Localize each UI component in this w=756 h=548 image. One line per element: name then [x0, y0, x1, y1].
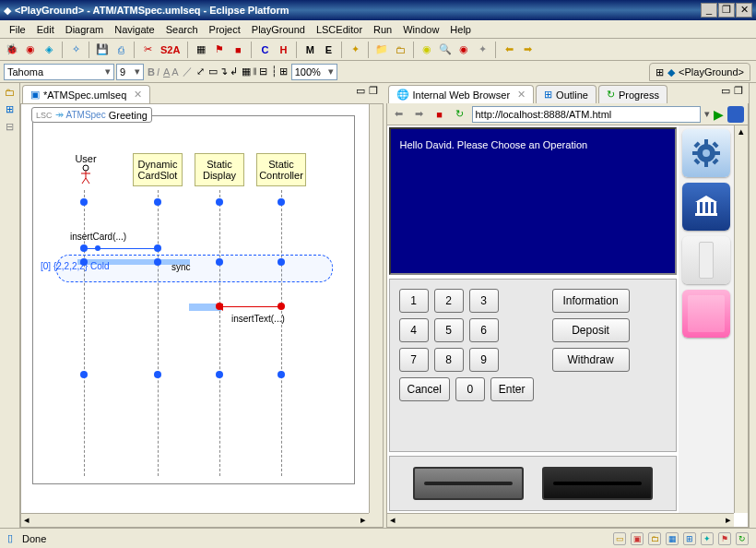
browser-back-icon[interactable]: ⬅ [391, 106, 408, 123]
c-button[interactable]: C [256, 42, 273, 58]
tray-icon-7[interactable]: ⚑ [718, 532, 731, 545]
menu-help[interactable]: Help [444, 22, 477, 37]
tab-progress[interactable]: ↻ Progress [598, 85, 667, 103]
distribute-icon[interactable]: ⊟ [259, 66, 267, 77]
font-size-select[interactable]: 9▾ [116, 64, 144, 80]
card-slot[interactable] [542, 467, 653, 500]
key-1[interactable]: 1 [399, 289, 429, 313]
menu-project[interactable]: Project [204, 22, 246, 37]
e-button[interactable]: E [320, 42, 337, 58]
menu-playground[interactable]: PlayGround [246, 22, 311, 37]
browser-forward-icon[interactable]: ➡ [411, 106, 428, 123]
saveall-icon[interactable]: ⎙ [112, 42, 129, 58]
cube-icon[interactable]: ◉ [22, 42, 39, 58]
search-icon[interactable]: 🔍 [437, 42, 454, 58]
lifeline-cardslot[interactable]: DynamicCardSlot [133, 153, 183, 186]
font-select[interactable]: Tahoma▾ [4, 64, 114, 80]
bank-tile[interactable] [682, 183, 730, 231]
restore-button[interactable]: ❐ [718, 3, 735, 18]
folder-icon[interactable]: 📁 [373, 42, 390, 58]
lsc-diagram[interactable]: LSC ↠ ATMSpec Greeting User [32, 115, 355, 484]
bold-button[interactable]: B [148, 66, 155, 77]
folder2-icon[interactable]: 🗀 [392, 42, 408, 58]
hides-icon[interactable]: ┆ [271, 66, 278, 77]
showg-icon[interactable]: ⊞ [279, 66, 288, 77]
card2-tile[interactable] [682, 290, 730, 338]
ladybug-icon[interactable]: 🐞 [4, 42, 20, 58]
save-icon[interactable]: 💾 [94, 42, 111, 58]
browser-hscrollbar[interactable]: ◂▸ [387, 513, 735, 527]
gear-tile[interactable] [682, 129, 730, 177]
router-icon[interactable]: ↴ [219, 66, 228, 77]
h-button[interactable]: H [275, 42, 291, 58]
crystal-icon[interactable]: ◈ [41, 42, 57, 58]
maximize-view-icon[interactable]: ❐ [734, 85, 743, 97]
s2a-button[interactable]: S2A [158, 42, 183, 58]
menu-diagram[interactable]: Diagram [60, 22, 110, 37]
key-0[interactable]: 0 [455, 377, 485, 401]
forward-icon[interactable]: ➡ [519, 42, 536, 58]
minimize-button[interactable]: _ [701, 3, 717, 18]
information-button[interactable]: Information [552, 289, 630, 313]
tray-icon-2[interactable]: ▣ [631, 532, 644, 545]
stop-icon[interactable]: ■ [230, 42, 246, 58]
tray-icon-5[interactable]: ⊞ [683, 532, 696, 545]
menu-file[interactable]: File [4, 22, 31, 37]
zoom-select[interactable]: 100%▾ [291, 64, 337, 80]
router2-icon[interactable]: ↲ [230, 66, 238, 77]
close-button[interactable]: ✕ [736, 3, 752, 18]
editor-tab-atmspec[interactable]: ▣ *ATMSpec.umlseq ✕ [22, 85, 150, 103]
new-icon[interactable]: ✧ [67, 42, 84, 58]
card1-tile[interactable] [682, 236, 730, 284]
menu-search[interactable]: Search [160, 22, 204, 37]
browser-refresh-icon[interactable]: ↻ [452, 106, 468, 123]
browser-external-icon[interactable] [727, 106, 744, 123]
package-icon[interactable]: ⊞ [6, 103, 14, 115]
hierarchy-icon[interactable]: ⊟ [6, 121, 14, 133]
editor-vscrollbar[interactable] [369, 104, 383, 513]
red-target-icon[interactable]: ◉ [455, 42, 472, 58]
editor-hscrollbar[interactable]: ◂▸ [21, 513, 369, 527]
align-icon[interactable]: ⫴ [253, 66, 257, 77]
address-input[interactable] [472, 106, 702, 123]
line-color-icon[interactable]: ／ [183, 65, 193, 78]
m-button[interactable]: M [301, 42, 318, 58]
menu-lsceditor[interactable]: LSCEditor [311, 22, 368, 37]
barcode-icon[interactable]: ▦ [193, 42, 209, 58]
tray-icon-6[interactable]: ✦ [701, 532, 714, 545]
select-icon[interactable]: ▭ [208, 66, 218, 77]
lifeline-controller[interactable]: StaticController [256, 153, 306, 186]
menu-navigate[interactable]: Navigate [109, 22, 159, 37]
key-9[interactable]: 9 [469, 348, 499, 372]
editor-tab-close-icon[interactable]: ✕ [134, 89, 142, 101]
tab-close-icon[interactable]: ✕ [517, 89, 526, 101]
tray-icon-4[interactable]: ▦ [666, 532, 679, 545]
key-3[interactable]: 3 [469, 289, 499, 313]
star-icon[interactable]: ✦ [474, 42, 490, 58]
flag-icon[interactable]: ⚑ [211, 42, 228, 58]
scissors-icon[interactable]: ✂ [139, 42, 156, 58]
key-7[interactable]: 7 [399, 348, 429, 372]
fill-color-icon[interactable]: A [171, 66, 178, 77]
tab-internal-browser[interactable]: 🌐 Internal Web Browser ✕ [388, 85, 535, 103]
back-icon[interactable]: ⬅ [501, 42, 517, 58]
grid-icon[interactable]: ▦ [242, 66, 251, 77]
key-4[interactable]: 4 [399, 318, 429, 342]
tray-icon-1[interactable]: ▭ [613, 532, 626, 545]
maximize-view-icon[interactable]: ❐ [369, 85, 378, 97]
italic-button[interactable]: I [157, 66, 159, 77]
key-8[interactable]: 8 [434, 348, 464, 372]
menu-edit[interactable]: Edit [31, 22, 60, 37]
tab-outline[interactable]: ⊞ Outline [536, 85, 597, 103]
font-color-icon[interactable]: A [163, 66, 170, 77]
deposit-button[interactable]: Deposit [552, 318, 630, 342]
menu-run[interactable]: Run [368, 22, 397, 37]
perspective-switcher[interactable]: ⊞ ◆ <PlayGround> [649, 63, 750, 81]
autosize-icon[interactable]: ⤢ [196, 66, 205, 77]
perspective-open-icon[interactable]: ⊞ [656, 66, 664, 78]
address-dropdown-icon[interactable]: ▾ [704, 108, 710, 120]
key-5[interactable]: 5 [434, 318, 464, 342]
cancel-button[interactable]: Cancel [399, 377, 450, 401]
browser-vscrollbar[interactable]: ▴ [734, 125, 748, 513]
lifeline-display[interactable]: StaticDisplay [195, 153, 244, 186]
